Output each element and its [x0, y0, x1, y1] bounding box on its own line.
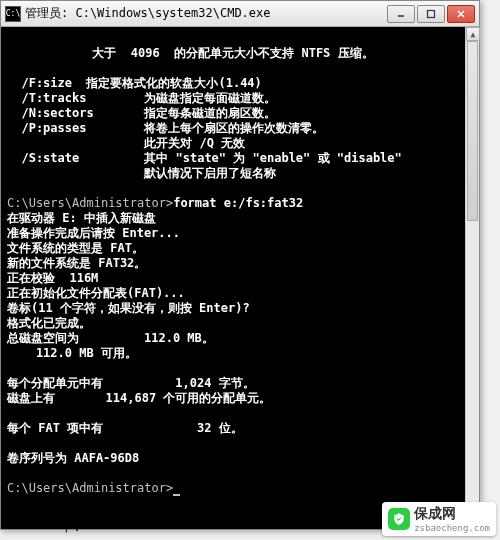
- out-7: 格式化已完成。: [7, 316, 91, 330]
- close-button[interactable]: [447, 5, 475, 23]
- out-3: 新的文件系统是 FAT32。: [7, 256, 146, 270]
- shield-icon: [388, 508, 410, 530]
- maximize-button[interactable]: [417, 5, 445, 23]
- out-12: 磁盘上有 114,687 个可用的分配单元。: [7, 391, 271, 405]
- out-14: 每个 FAT 项中有 32 位。: [7, 421, 243, 435]
- terminal-output[interactable]: 大于 4096 的分配单元大小不支持 NTFS 压缩。 /F:size 指定要格…: [1, 27, 465, 529]
- titlebar[interactable]: C:\ 管理员: C:\Windows\system32\CMD.exe: [1, 1, 479, 27]
- out-6: 卷标(11 个字符，如果没有，则按 Enter)?: [7, 301, 250, 315]
- opt-fsize: /F:size 指定要格式化的软盘大小(1.44): [7, 76, 262, 90]
- ime-status: 半:: [0, 518, 81, 536]
- opt-ppasses: /P:passes 将卷上每个扇区的操作次数清零。: [7, 121, 324, 135]
- scroll-thumb[interactable]: [467, 41, 478, 221]
- out-1: 准备操作完成后请按 Enter...: [7, 226, 180, 240]
- app-icon: C:\: [5, 6, 21, 22]
- out-16: 卷序列号为 AAFA-96D8: [7, 451, 139, 465]
- out-4: 正在校验 116M: [7, 271, 98, 285]
- prompt-2: C:\Users\Administrator>: [7, 481, 180, 495]
- opt-ttracks: /T:tracks 为磁盘指定每面磁道数。: [7, 91, 276, 105]
- watermark-text: 保成网 zsbaocheng.com: [414, 505, 490, 533]
- vertical-scrollbar[interactable]: ▲ ▼: [465, 27, 479, 529]
- scroll-up-button[interactable]: ▲: [466, 27, 480, 41]
- window-title: 管理员: C:\Windows\system32\CMD.exe: [25, 5, 387, 22]
- minimize-button[interactable]: [387, 5, 415, 23]
- opt-sstate: /S:state 其中 "state" 为 "enable" 或 "disabl…: [7, 151, 402, 165]
- prompt-1: C:\Users\Administrator>format e:/fs:fat3…: [7, 196, 303, 210]
- out-5: 正在初始化文件分配表(FAT)...: [7, 286, 185, 300]
- out-2: 文件系统的类型是 FAT。: [7, 241, 144, 255]
- cmd-window: C:\ 管理员: C:\Windows\system32\CMD.exe 大于 …: [0, 0, 480, 530]
- watermark-title: 保成网: [414, 505, 490, 523]
- opt-nsectors: /N:sectors 指定每条磁道的扇区数。: [7, 106, 276, 120]
- window-controls: [387, 5, 475, 23]
- opt-sstate-note: 默认情况下启用了短名称: [7, 166, 276, 180]
- out-8: 总磁盘空间为 112.0 MB。: [7, 331, 214, 345]
- cursor-icon: [173, 494, 180, 496]
- watermark: 保成网 zsbaocheng.com: [382, 502, 496, 536]
- app-icon-glyph: C:\: [6, 9, 20, 18]
- out-9: 112.0 MB 可用。: [7, 346, 137, 360]
- header-line: 大于 4096 的分配单元大小不支持 NTFS 压缩。: [7, 46, 459, 61]
- svg-rect-1: [428, 10, 435, 17]
- out-0: 在驱动器 E: 中插入新磁盘: [7, 211, 156, 225]
- opt-ppasses-note: 此开关对 /Q 无效: [7, 136, 245, 150]
- out-11: 每个分配单元中有 1,024 字节。: [7, 376, 255, 390]
- watermark-sub: zsbaocheng.com: [414, 523, 490, 533]
